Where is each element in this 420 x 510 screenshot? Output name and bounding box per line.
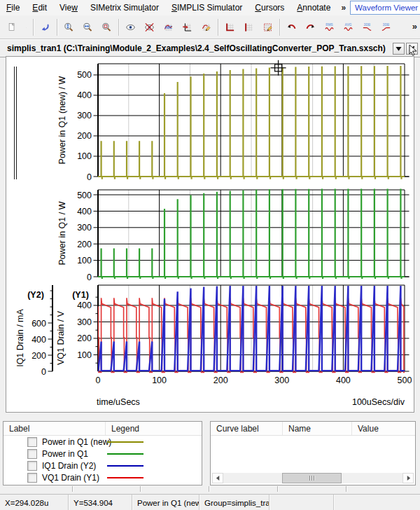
graph-window-title: simplis_tran1 (C:\Training\Module_2_Exam… bbox=[0, 43, 386, 53]
svg-text:(Y1): (Y1) bbox=[72, 290, 89, 300]
graph-title-bar: simplis_tran1 (C:\Training\Module_2_Exam… bbox=[0, 39, 420, 57]
legend-row[interactable]: Power in Q1 bbox=[4, 448, 202, 460]
toolbar-button-zoom-rect[interactable] bbox=[97, 18, 116, 36]
horizontal-scrollbar[interactable] bbox=[212, 473, 414, 483]
toolbar-button-prev-curve[interactable] bbox=[282, 18, 301, 36]
legend-row[interactable]: VQ1 Drain (Y1) bbox=[4, 471, 202, 483]
status-segment-3: Group=simplis_tran1 bbox=[200, 495, 270, 510]
svg-text:0: 0 bbox=[87, 172, 92, 182]
prev-curve-icon bbox=[286, 19, 297, 36]
mouse-cursor-icon bbox=[407, 43, 420, 56]
panel-splitter-tick[interactable] bbox=[72, 486, 73, 492]
status-segment-0: X=294.028u bbox=[0, 495, 69, 510]
svg-text:500: 500 bbox=[398, 375, 412, 385]
menu-item-simetrix-simulator[interactable]: SIMetrix Simulator bbox=[84, 1, 165, 15]
svg-text:200: 200 bbox=[77, 333, 92, 343]
svg-text:time/uSecs: time/uSecs bbox=[97, 397, 140, 407]
values-header-name: Name bbox=[283, 422, 352, 435]
toolbar-button-zoom-y-fit[interactable] bbox=[59, 18, 78, 36]
toolbar-button-edit-grid[interactable] bbox=[258, 18, 277, 36]
add-curve-icon bbox=[182, 19, 192, 36]
scrollbar-thumb[interactable] bbox=[282, 473, 341, 483]
toolbar-button-lowpass-3db[interactable]: 3DB bbox=[358, 18, 377, 36]
scrollbar-track[interactable] bbox=[223, 473, 402, 483]
legend-color-line bbox=[107, 477, 144, 478]
svg-text:400: 400 bbox=[31, 335, 46, 345]
svg-text:200: 200 bbox=[77, 131, 92, 141]
menu-overflow-chevron[interactable]: » bbox=[337, 3, 350, 13]
panel-splitter-tick[interactable] bbox=[277, 486, 278, 492]
toolbar-button-dropdown-arrow[interactable] bbox=[22, 18, 31, 36]
svg-text:200: 200 bbox=[31, 351, 46, 361]
hide-curve-icon bbox=[144, 19, 155, 36]
toolbar-button-new-grid[interactable] bbox=[239, 18, 258, 36]
panel-splitter-tick[interactable] bbox=[140, 486, 141, 492]
viewer-select-combo[interactable]: Waveform Viewer▼ bbox=[350, 1, 420, 15]
svg-text:Power in Q1 / W: Power in Q1 / W bbox=[57, 201, 67, 265]
undo-icon bbox=[40, 19, 50, 36]
panel-splitter-tick[interactable] bbox=[209, 486, 209, 492]
legend-label: IQ1 Drain (Y2) bbox=[42, 461, 96, 471]
status-segment-5 bbox=[334, 495, 420, 510]
toolbar-overflow-chevron[interactable]: » bbox=[412, 21, 417, 32]
menu-item-file[interactable]: File bbox=[0, 1, 26, 15]
toolbar-button-undo[interactable] bbox=[36, 18, 55, 36]
menu-item-view[interactable]: View bbox=[53, 1, 84, 15]
toolbar-separator bbox=[218, 19, 218, 36]
lowpass-3db-icon: 3DB bbox=[362, 19, 372, 36]
legend-checkbox[interactable] bbox=[27, 437, 37, 447]
svg-text:600: 600 bbox=[31, 319, 46, 329]
new-graph-icon bbox=[7, 19, 18, 36]
toolbar-button-show-curve[interactable] bbox=[121, 18, 140, 36]
toolbar-button-highpass-3db[interactable]: 3DB bbox=[377, 18, 396, 36]
scroll-right-arrow[interactable] bbox=[402, 473, 414, 483]
svg-text:3DB: 3DB bbox=[383, 23, 390, 27]
curve-label-icon: ABC bbox=[163, 19, 174, 36]
toolbar-button-edit-curve[interactable] bbox=[197, 18, 216, 36]
legend-row[interactable]: Power in Q1 (new) bbox=[4, 436, 202, 448]
zoom-y-fit-icon bbox=[64, 19, 74, 36]
toolbar-button-rms[interactable]: RMS bbox=[320, 18, 339, 36]
menu-item-edit[interactable]: Edit bbox=[26, 1, 53, 15]
waveform-viewer-window: FileEditViewSIMetrix SimulatorSIMPLIS Si… bbox=[0, 0, 420, 510]
legend-checkbox[interactable] bbox=[27, 461, 37, 471]
next-curve-icon bbox=[305, 19, 316, 36]
legend-label: Power in Q1 (new) bbox=[42, 437, 111, 447]
svg-text:500: 500 bbox=[77, 70, 92, 80]
toolbar-separator bbox=[57, 19, 57, 36]
legend-label: Power in Q1 bbox=[42, 449, 88, 459]
legend-row[interactable]: IQ1 Drain (Y2) bbox=[4, 460, 202, 471]
legend-checkbox[interactable] bbox=[27, 449, 37, 459]
graph-area[interactable]: 0100200300400500Power in Q1 (new) / W010… bbox=[6, 56, 414, 419]
toolbar-button-curve-label[interactable]: ABC bbox=[159, 18, 178, 36]
new-grid-icon bbox=[244, 19, 254, 36]
toolbar-button-new-axis[interactable] bbox=[220, 18, 239, 36]
graph-select-dropdown-button[interactable] bbox=[393, 43, 405, 55]
legend-panel-header: Label Legend bbox=[4, 422, 202, 436]
status-segment-2: Power in Q1 (new) bbox=[132, 495, 200, 510]
legend-checkbox[interactable] bbox=[27, 473, 37, 483]
menu-item-simplis-simulator[interactable]: SIMPLIS Simulator bbox=[165, 1, 248, 15]
show-curve-icon bbox=[125, 19, 136, 36]
toolbar-button-new-graph[interactable] bbox=[3, 18, 22, 36]
svg-text:300: 300 bbox=[77, 111, 92, 120]
toolbar-button-add-curve[interactable] bbox=[178, 18, 197, 36]
svg-text:400: 400 bbox=[77, 301, 92, 310]
toolbar-button-avg[interactable]: AVG bbox=[339, 18, 358, 36]
values-header-curve-label: Curve label bbox=[211, 422, 283, 435]
svg-text:100: 100 bbox=[152, 375, 167, 385]
toolbar-button-next-curve[interactable] bbox=[301, 18, 320, 36]
svg-text:100: 100 bbox=[77, 256, 92, 266]
waveform-plots[interactable]: 0100200300400500Power in Q1 (new) / W010… bbox=[6, 56, 414, 419]
menu-item-cursors[interactable]: Cursors bbox=[248, 1, 290, 15]
legend-color-line bbox=[107, 465, 144, 467]
menu-item-annotate[interactable]: Annotate bbox=[290, 1, 337, 15]
toolbar-button-zoom-x-fit[interactable] bbox=[78, 18, 97, 36]
menu-bar: FileEditViewSIMetrix SimulatorSIMPLIS Si… bbox=[0, 0, 420, 16]
status-bar: X=294.028uY=534.904Power in Q1 (new)Grou… bbox=[0, 494, 420, 510]
panel-splitter-tick[interactable] bbox=[346, 486, 346, 492]
toolbar-button-hide-curve[interactable] bbox=[140, 18, 159, 36]
scroll-left-arrow[interactable] bbox=[212, 473, 223, 483]
svg-text:AVG: AVG bbox=[345, 23, 352, 27]
svg-text:3DB: 3DB bbox=[364, 23, 371, 27]
